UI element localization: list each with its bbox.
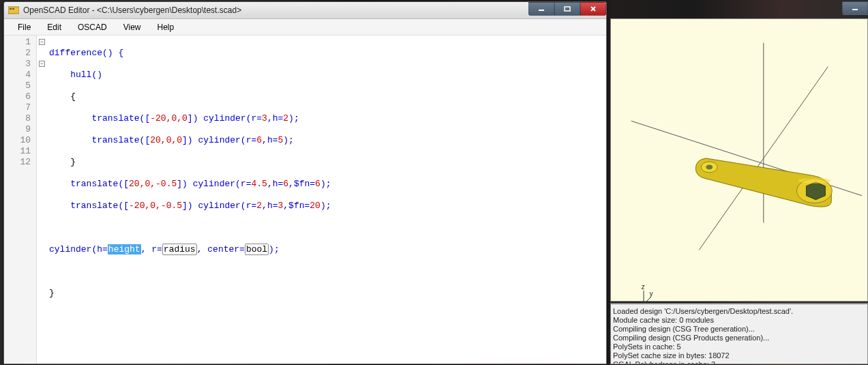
app-icon xyxy=(8,5,19,15)
placeholder: bool xyxy=(245,244,269,255)
line-number: 5 xyxy=(4,81,31,91)
editor-window: OpenSCAD Editor - <C:\Users\cybergen\Des… xyxy=(3,1,607,364)
line-number: 7 xyxy=(4,102,31,113)
menu-bar: File Edit OSCAD View Help xyxy=(4,19,606,35)
code-number: 6 xyxy=(256,135,262,145)
code-token: ,h= xyxy=(267,179,283,189)
svg-rect-1 xyxy=(10,8,12,10)
console-line: PolySet cache size in bytes: 18072 xyxy=(613,351,865,360)
line-number: 4 xyxy=(4,70,31,81)
code-number: -20,0,-0.5 xyxy=(129,201,182,211)
line-number: 11 xyxy=(4,146,31,157)
code-token: translate([ xyxy=(49,113,150,123)
svg-rect-2 xyxy=(12,8,14,10)
code-number: 3 xyxy=(262,113,267,123)
code-token: hull() xyxy=(49,70,102,80)
code-token: } xyxy=(49,288,55,298)
menu-help[interactable]: Help xyxy=(149,20,183,35)
code-token: difference() { xyxy=(49,48,123,58)
code-token: ,h= xyxy=(267,113,283,123)
axis-z-label: z xyxy=(641,283,645,291)
line-number: 6 xyxy=(4,91,31,102)
code-token: ,h= xyxy=(262,135,278,145)
code-token: } xyxy=(49,157,76,167)
code-number: 6 xyxy=(283,179,288,189)
minimize-button[interactable] xyxy=(842,1,868,15)
line-number: 10 xyxy=(4,135,31,146)
code-token: ]) cylinder(r= xyxy=(177,179,251,189)
console-output[interactable]: Loaded design 'C:/Users/cybergen/Desktop… xyxy=(610,303,868,364)
svg-point-12 xyxy=(706,164,713,169)
menu-oscad[interactable]: OSCAD xyxy=(70,20,115,35)
code-token: ,$fn= xyxy=(283,201,310,211)
code-number: -20,0,0 xyxy=(150,113,188,123)
svg-rect-4 xyxy=(565,7,570,11)
console-line: Loaded design 'C:/Users/cybergen/Desktop… xyxy=(613,307,865,316)
code-number: 20,0,0 xyxy=(150,135,182,145)
code-token: ); xyxy=(320,201,331,211)
code-token: cylinder(h= xyxy=(49,244,108,254)
code-token: ); xyxy=(283,135,294,145)
code-token: ); xyxy=(320,179,331,189)
fold-toggle-icon[interactable]: − xyxy=(39,61,45,67)
code-token: ]) cylinder(r= xyxy=(188,113,262,123)
minimize-button[interactable] xyxy=(528,2,554,16)
code-number: 20,0,-0.5 xyxy=(129,179,177,189)
code-token: translate([ xyxy=(49,201,129,211)
code-token: ); xyxy=(288,113,299,123)
code-number: 2 xyxy=(283,113,288,123)
preview-pane: z y x Loaded design 'C:/Users/cybergen/D… xyxy=(610,1,868,364)
menu-edit[interactable]: Edit xyxy=(39,20,70,35)
3d-scene xyxy=(611,19,867,301)
code-token: translate([ xyxy=(49,179,129,189)
maximize-button[interactable] xyxy=(554,2,580,16)
svg-marker-14 xyxy=(806,182,825,200)
console-line: Module cache size: 0 modules xyxy=(613,316,865,325)
placeholder: radius xyxy=(162,244,197,255)
svg-point-15 xyxy=(798,178,831,184)
selected-placeholder: height xyxy=(108,244,141,254)
code-number: 2 xyxy=(256,201,262,211)
line-number: 1 xyxy=(4,37,31,48)
code-token: ); xyxy=(269,244,280,254)
line-number: 12 xyxy=(4,157,31,168)
code-token: , center= xyxy=(197,244,245,254)
title-bar[interactable]: OpenSCAD Editor - <C:\Users\cybergen\Des… xyxy=(4,2,606,19)
code-token: , r= xyxy=(141,244,162,254)
console-line: PolySets in cache: 5 xyxy=(613,342,865,351)
code-token: translate([ xyxy=(49,135,150,145)
code-number: 20 xyxy=(310,201,320,211)
line-number: 2 xyxy=(4,48,31,59)
code-token: { xyxy=(49,91,76,102)
window-title: OpenSCAD Editor - <C:\Users\cybergen\Des… xyxy=(23,5,241,15)
line-number: 3 xyxy=(4,59,31,70)
code-number: 6 xyxy=(315,179,320,189)
code-area[interactable]: difference() { hull() { translate([-20,0… xyxy=(37,35,606,364)
code-token: ,$fn= xyxy=(288,179,315,189)
code-token: ,h= xyxy=(262,201,278,211)
code-token: ]) cylinder(r= xyxy=(182,135,256,145)
menu-file[interactable]: File xyxy=(10,20,39,35)
axis-y-label: y xyxy=(649,290,653,297)
line-number-gutter: 1 2 3 4 5 6 7 8 9 10 11 12 − − xyxy=(4,35,37,364)
code-number: 4.5 xyxy=(251,179,267,189)
menu-view[interactable]: View xyxy=(115,20,149,35)
console-line: Compiling design (CSG Tree generation)..… xyxy=(613,325,865,334)
line-number: 9 xyxy=(4,124,31,135)
console-line: Compiling design (CSG Products generatio… xyxy=(613,334,865,342)
3d-viewport[interactable]: z y x xyxy=(610,18,868,302)
close-button[interactable] xyxy=(580,2,606,16)
svg-rect-0 xyxy=(8,7,19,14)
fold-toggle-icon[interactable]: − xyxy=(39,39,45,45)
code-token: ]) cylinder(r= xyxy=(182,201,256,211)
console-line: CGAL Polyhedrons in cache: 3 xyxy=(613,360,865,364)
line-number: 8 xyxy=(4,113,31,124)
code-editor[interactable]: 1 2 3 4 5 6 7 8 9 10 11 12 − − differenc… xyxy=(4,35,606,364)
